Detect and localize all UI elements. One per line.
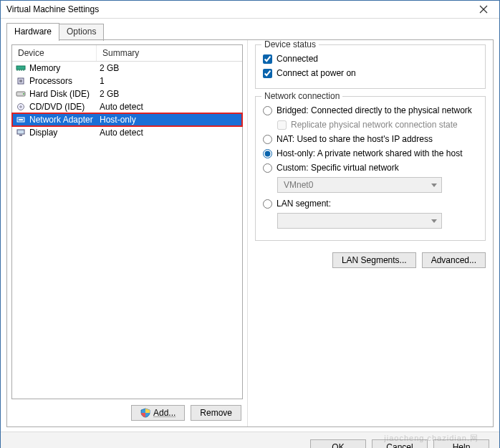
cd-icon (15, 103, 27, 110)
add-button[interactable]: Add... (131, 405, 185, 421)
memory-icon (15, 65, 27, 72)
network-connection-group: Network connection Bridged: Connected di… (255, 96, 486, 241)
custom-network-value: VMnet0 (284, 180, 313, 190)
window-title: Virtual Machine Settings (6, 4, 99, 14)
device-summary: 2 GB (100, 63, 239, 73)
network-connection-title: Network connection (261, 91, 342, 101)
advanced-label: Advanced... (431, 255, 476, 265)
replicate-label: Replicate physical network connection st… (291, 120, 458, 130)
device-summary: Auto detect (100, 128, 239, 138)
close-icon (479, 5, 488, 14)
header-device[interactable]: Device (12, 45, 97, 61)
bridged-radio[interactable] (263, 106, 272, 115)
device-status-title: Device status (261, 39, 319, 49)
lan-segments-button[interactable]: LAN Segments... (332, 252, 416, 268)
chevron-down-icon (431, 184, 437, 187)
watermark: jiaocheng.chazidian.网 (384, 433, 479, 444)
replicate-checkbox-row: Replicate physical network connection st… (277, 120, 478, 130)
custom-radio[interactable] (263, 163, 272, 173)
window-body: Hardware Options Device Summary Memory2 … (1, 19, 499, 448)
tab-hardware[interactable]: Hardware (6, 23, 59, 40)
svg-rect-16 (19, 135, 22, 136)
right-pane: Device status Connected Connect at power… (248, 40, 493, 426)
lan-segment-label: LAN segment: (277, 199, 331, 209)
device-name: Memory (29, 63, 100, 73)
vm-settings-window: Virtual Machine Settings Hardware Option… (0, 0, 500, 448)
svg-point-10 (23, 93, 24, 95)
device-row[interactable]: Network AdapterHost-only (12, 113, 242, 126)
device-row[interactable]: Memory2 GB (12, 62, 242, 75)
hostonly-label: Host-only: A private network shared with… (277, 148, 462, 158)
connected-label: Connected (277, 54, 318, 64)
connect-power-on-row[interactable]: Connect at power on (263, 68, 478, 78)
device-buttons: Add... Remove (11, 399, 243, 421)
lan-segment-radio-row[interactable]: LAN segment: (263, 199, 478, 209)
custom-radio-row[interactable]: Custom: Specific virtual network (263, 163, 478, 173)
left-pane: Device Summary Memory2 GBProcessors1Hard… (7, 40, 248, 426)
list-header: Device Summary (12, 45, 242, 62)
device-summary: 1 (100, 76, 239, 86)
remove-button[interactable]: Remove (191, 405, 241, 421)
svg-rect-8 (19, 80, 22, 82)
nat-label: NAT: Used to share the host's IP address (277, 134, 433, 144)
header-summary[interactable]: Summary (97, 45, 242, 61)
svg-rect-2 (16, 66, 25, 70)
ok-button[interactable]: OK (310, 439, 366, 448)
lan-segment-radio[interactable] (263, 199, 272, 209)
custom-network-select: VMnet0 (277, 177, 442, 193)
device-status-group: Device status Connected Connect at power… (255, 44, 486, 89)
hostonly-radio[interactable] (263, 149, 272, 158)
shield-icon (140, 408, 150, 418)
svg-rect-14 (19, 119, 23, 120)
connected-checkbox[interactable] (263, 54, 272, 64)
nat-radio-row[interactable]: NAT: Used to share the host's IP address (263, 134, 478, 144)
svg-point-12 (20, 106, 21, 108)
remove-label: Remove (200, 408, 232, 418)
bridged-label: Bridged: Connected directly to the physi… (277, 105, 472, 115)
titlebar: Virtual Machine Settings (1, 1, 499, 19)
custom-label: Custom: Specific virtual network (277, 163, 399, 173)
close-button[interactable] (472, 1, 495, 18)
device-name: Hard Disk (IDE) (29, 89, 100, 99)
tab-content: Device Summary Memory2 GBProcessors1Hard… (6, 40, 494, 427)
device-row[interactable]: CD/DVD (IDE)Auto detect (12, 100, 242, 113)
device-name: Processors (29, 76, 100, 86)
device-summary: 2 GB (100, 89, 239, 99)
right-buttons: LAN Segments... Advanced... (255, 252, 486, 268)
device-summary: Auto detect (100, 102, 239, 112)
device-row[interactable]: DisplayAuto detect (12, 126, 242, 139)
cpu-icon (15, 77, 27, 85)
advanced-button[interactable]: Advanced... (422, 252, 486, 268)
hostonly-radio-row[interactable]: Host-only: A private network shared with… (263, 148, 478, 158)
net-icon (15, 116, 27, 123)
lan-segment-select (277, 213, 442, 229)
device-name: Display (29, 128, 100, 138)
device-name: Network Adapter (29, 115, 100, 125)
lan-segments-label: LAN Segments... (342, 255, 407, 265)
svg-rect-15 (17, 130, 24, 134)
connect-power-on-label: Connect at power on (277, 68, 356, 78)
device-list: Device Summary Memory2 GBProcessors1Hard… (11, 44, 243, 399)
bridged-radio-row[interactable]: Bridged: Connected directly to the physi… (263, 105, 478, 115)
nat-radio[interactable] (263, 135, 272, 144)
ok-label: OK (332, 442, 344, 448)
add-label: Add... (153, 408, 176, 418)
hdd-icon (15, 90, 27, 97)
replicate-checkbox (277, 120, 287, 130)
tab-options[interactable]: Options (59, 24, 104, 41)
connected-checkbox-row[interactable]: Connected (263, 54, 478, 64)
device-name: CD/DVD (IDE) (29, 102, 100, 112)
tabs-area: Hardware Options (1, 19, 499, 40)
display-icon (15, 129, 27, 136)
device-summary: Host-only (100, 115, 239, 125)
chevron-down-icon (431, 219, 437, 223)
device-row[interactable]: Processors1 (12, 75, 242, 87)
connect-power-on-checkbox[interactable] (263, 69, 272, 78)
device-row[interactable]: Hard Disk (IDE)2 GB (12, 87, 242, 100)
